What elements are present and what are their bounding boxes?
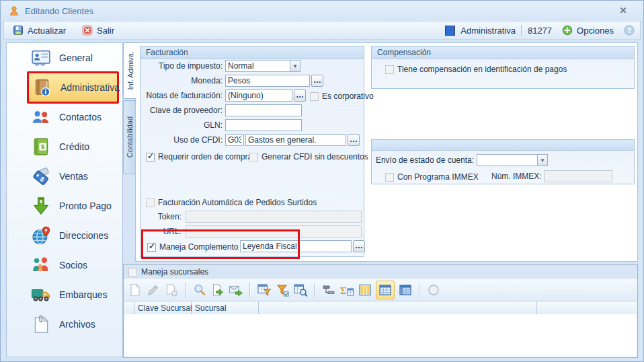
chevron-down-icon[interactable] [290,61,300,71]
status-circle-icon[interactable] [426,283,441,297]
user-icon [9,5,19,16]
help-icon[interactable]: ? [624,25,635,36]
generar-cfdi-checkbox[interactable] [249,153,258,161]
maneja-complemento-ellipsis-button[interactable] [353,240,365,252]
es-corporativo-checkbox-row: Es corporativo [310,91,374,102]
facturacion-automatica-label: Facturación Automática de Pedidos Surtid… [158,198,317,207]
edit-record-icon[interactable] [146,283,161,297]
custom-filter-icon[interactable] [275,283,290,297]
editando-clientes-window: Editando Clientes Actualizar Salir Admin… [0,0,644,362]
group-by-icon[interactable] [321,283,336,297]
sidebar-item-direcciones[interactable]: Direcciones [7,221,122,250]
context-label: Administrativa [460,26,516,36]
chevron-down-icon[interactable] [537,155,547,166]
find-panel-icon[interactable] [293,283,308,297]
svg-text:$: $ [41,143,45,150]
sidebar-item-ventas[interactable]: $ Ventas [7,161,122,191]
maneja-complemento-label: Maneja Complemento [159,242,238,252]
detail-view-icon[interactable] [398,283,413,297]
token-input[interactable] [186,211,362,223]
tipo-impuesto-select[interactable]: Normal [225,60,300,72]
maneja-complemento-input[interactable] [240,240,352,252]
generar-cfdi-label: Generar CFDI sin descuentos [261,152,368,161]
url-input[interactable] [186,225,362,238]
sidebar-item-label: Contactos [59,112,102,122]
grid-view-icon [378,283,393,297]
sidebar-item-general[interactable]: General [7,43,122,73]
num-immex-input[interactable] [544,170,612,182]
send-email-icon[interactable] [229,283,243,297]
sidebar-item-label: Socios [59,260,87,270]
estado-cuenta-group: Envío de estado de cuenta: Con Programa … [371,139,635,184]
gln-input[interactable] [225,119,302,131]
sidebar-item-contactos[interactable]: Contactos [7,102,122,132]
notas-ellipsis-button[interactable] [294,89,306,102]
uso-cfdi-ellipsis-button[interactable] [348,134,360,146]
opciones-button[interactable]: Opciones [557,24,618,37]
show-totals-icon[interactable]: Σ [339,283,354,297]
credit-book-icon: $ [31,137,51,157]
column-chooser-icon[interactable] [358,283,372,297]
export-record-icon[interactable] [210,283,225,297]
sucursales-toolbar: Σ [124,279,637,301]
sucursales-grid-header: Clave Sucursal Sucursal [124,301,637,316]
row-selector-column-header[interactable] [124,301,134,315]
es-corporativo-checkbox[interactable] [310,92,319,101]
column-header-sucursal[interactable]: Sucursal [192,301,259,315]
new-record-icon[interactable] [128,283,143,297]
requerir-orden-checkbox[interactable] [146,153,155,161]
toolbar-separator [521,25,522,36]
search-icon[interactable] [192,283,207,297]
envio-estado-cuenta-select[interactable] [477,154,548,166]
tab-inf-admiva[interactable]: Inf. Admiva. [123,42,136,99]
column-header-empty[interactable] [259,301,537,315]
sidebar-nav: General Administrativa Contactos $ Crédi… [6,42,123,357]
con-programa-immex-checkbox[interactable] [385,173,394,182]
notas-facturacion-label: Notas de facturación: [140,91,223,100]
column-header-clave-sucursal[interactable]: Clave Sucursal [134,301,192,315]
generar-cfdi-checkbox-row: Generar CFDI sin descuentos [249,151,368,162]
maneja-complemento-checkbox[interactable] [147,243,156,252]
maneja-complemento-checkbox-row: Maneja Complemento [147,242,238,252]
toolbar-separator [419,283,420,297]
sidebar-item-socios[interactable]: Socios [7,250,122,280]
moneda-input[interactable] [225,75,310,87]
maneja-sucursales-checkbox[interactable] [128,268,137,277]
actualizar-button[interactable]: Actualizar [8,24,71,37]
sidebar-item-label: Administrativa [61,82,120,93]
gln-label: GLN: [140,120,223,130]
uso-cfdi-desc-input[interactable] [245,134,346,146]
sidebar-item-label: Embarques [59,289,108,300]
clave-proveedor-label: Clave de proveedor: [140,106,223,115]
uso-cfdi-code-input[interactable] [225,134,244,146]
truck-icon [31,285,51,305]
tipo-impuesto-label: Tipo de impuesto: [140,61,223,71]
close-button[interactable] [618,5,629,16]
facturacion-automatica-checkbox[interactable] [146,198,155,207]
clave-proveedor-input[interactable] [225,104,302,116]
compensacion-group-title: Compensación [372,46,634,59]
sidebar-item-pronto-pago[interactable]: $ Pronto Pago [7,191,122,221]
sidebar-item-label: Ventas [59,171,88,182]
token-label: Token: [140,212,182,221]
tab-contabilidad[interactable]: Contabilidad [123,100,136,174]
notas-facturacion-input[interactable] [225,89,292,102]
svg-text:Σ: Σ [340,285,347,296]
salir-button[interactable]: Salir [77,24,119,37]
sidebar-item-archivos[interactable]: Archivos [7,310,122,339]
window-title: Editando Clientes [25,6,93,16]
filter-table-icon[interactable] [257,283,272,297]
sidebar-item-embarques[interactable]: Embarques [7,280,122,310]
grid-view-button-selected[interactable] [376,281,395,299]
num-immex-label: Núm. IMMEX: [491,172,540,181]
sidebar-item-label: General [59,52,93,63]
moneda-ellipsis-button[interactable] [311,75,323,87]
delete-record-icon[interactable] [164,283,179,297]
toolbar-separator [185,283,186,297]
titlebar[interactable]: Editando Clientes [1,1,643,21]
sidebar-item-administrativa[interactable]: Administrativa [27,71,119,104]
sucursales-grid-body[interactable] [124,314,637,357]
tiene-compensacion-checkbox[interactable] [385,65,394,74]
sidebar-item-label: Direcciones [59,230,108,241]
sidebar-item-credito[interactable]: $ Crédito [7,132,122,161]
